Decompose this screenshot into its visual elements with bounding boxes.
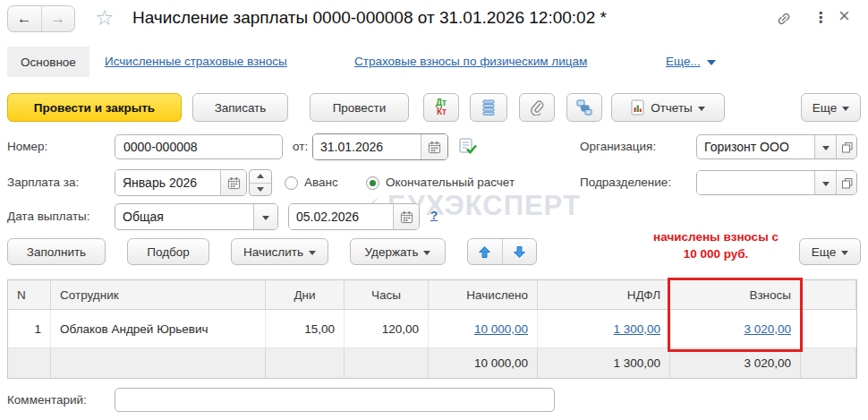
advance-radio-label: Аванс xyxy=(304,176,338,189)
withhold-button[interactable]: Удержать xyxy=(350,238,446,265)
period-input[interactable] xyxy=(115,170,220,195)
grid-more-label: Еще xyxy=(812,245,836,259)
post-and-close-label: Провести и закрыть xyxy=(34,101,155,115)
calendar-icon[interactable] xyxy=(220,170,246,195)
col-header-ndfl[interactable]: НДФЛ xyxy=(538,280,670,310)
tab-more[interactable]: Еще... xyxy=(666,55,716,68)
move-row-up-button[interactable] xyxy=(468,239,503,264)
accrue-label: Начислить xyxy=(243,245,303,259)
total-accrued: 10 000,00 xyxy=(429,348,538,378)
table-totals-row: 10 000,00 1 300,00 3 020,00 xyxy=(8,348,856,378)
col-header-accrued[interactable]: Начислено xyxy=(429,280,538,310)
tab-main[interactable]: Основное xyxy=(7,47,89,77)
accrued-amount-link[interactable]: 10 000,00 xyxy=(474,322,528,336)
department-input[interactable] xyxy=(697,171,814,194)
pay-date-input[interactable] xyxy=(289,204,393,229)
final-settlement-radio-label: Окончательный расчет xyxy=(386,176,515,189)
chevron-down-icon[interactable] xyxy=(253,204,277,229)
doc-date-input[interactable] xyxy=(313,134,421,159)
advance-radio[interactable] xyxy=(285,176,298,190)
pay-date-field xyxy=(288,203,420,230)
close-icon[interactable]: × xyxy=(838,4,850,28)
open-item-icon[interactable] xyxy=(836,135,856,159)
fill-label: Заполнить xyxy=(27,245,86,259)
col-header-days[interactable]: Дни xyxy=(266,280,345,310)
arrow-up-icon xyxy=(478,245,491,259)
tab-main-label: Основное xyxy=(21,56,76,69)
report-icon xyxy=(631,99,645,116)
save-button[interactable]: Записать xyxy=(192,93,288,122)
forward-button[interactable]: → xyxy=(42,6,75,31)
favorites-star-icon[interactable]: ☆ xyxy=(95,5,115,30)
grid-more-button[interactable]: Еще xyxy=(799,238,861,265)
withhold-label: Удержать xyxy=(365,245,419,259)
move-row-down-button[interactable] xyxy=(503,239,537,264)
number-label: Номер: xyxy=(7,140,47,153)
period-label: Зарплата за: xyxy=(7,176,79,189)
final-settlement-radio[interactable] xyxy=(366,176,379,190)
employees-table: N Сотрудник Дни Часы Начислено НДФЛ Взно… xyxy=(7,279,857,379)
organization-value[interactable]: Горизонт ООО xyxy=(697,135,814,159)
step-down-icon[interactable] xyxy=(250,184,271,196)
period-stepper[interactable] xyxy=(249,169,272,196)
tab-contributions-individuals[interactable]: Страховые взносы по физическим лицам xyxy=(354,55,587,68)
dt-kt-icon: ДтКт xyxy=(436,99,447,116)
col-header-contributions[interactable]: Взносы xyxy=(670,280,801,310)
col-header-hours[interactable]: Часы xyxy=(345,280,429,310)
doc-date-field xyxy=(312,133,448,160)
organization-label: Организация: xyxy=(580,140,656,153)
chevron-down-icon xyxy=(698,107,705,111)
page-title: Начисление зарплаты 0000-000008 от 31.01… xyxy=(132,8,607,28)
document-structure-button[interactable] xyxy=(566,93,602,122)
pick-button[interactable]: Подбор xyxy=(127,238,209,265)
save-label: Записать xyxy=(215,101,267,115)
table-row[interactable]: 1 Облаков Андрей Юрьевич 15,00 120,00 10… xyxy=(8,310,856,348)
dt-kt-postings-button[interactable]: ДтКт xyxy=(423,93,459,122)
post-and-close-button[interactable]: Провести и закрыть xyxy=(7,93,182,122)
reports-button[interactable]: Отчеты xyxy=(611,93,725,122)
pay-kind-value[interactable]: Общая xyxy=(115,204,253,229)
post-button[interactable]: Провести xyxy=(310,93,409,122)
comment-input[interactable] xyxy=(115,388,555,412)
salary-accrual-document-window: БУХЭКСПЕРТ ← → ☆ Начисление зарплаты 000… xyxy=(0,0,868,420)
cell-empty xyxy=(801,310,856,348)
paperclip-icon xyxy=(529,99,545,116)
period-field xyxy=(115,169,247,196)
ndfl-amount-link[interactable]: 1 300,00 xyxy=(613,322,660,336)
chevron-down-icon xyxy=(841,251,848,255)
number-input[interactable] xyxy=(115,134,283,159)
total-contributions: 3 020,00 xyxy=(670,348,801,378)
open-item-icon[interactable] xyxy=(836,171,856,194)
chevron-down-icon[interactable] xyxy=(814,135,836,159)
attachments-button[interactable] xyxy=(519,93,555,122)
calendar-icon[interactable] xyxy=(393,204,419,229)
step-up-icon[interactable] xyxy=(250,170,271,184)
more-commands-icon[interactable]: ⋮ xyxy=(813,9,828,26)
move-row-group xyxy=(467,238,537,265)
total-ndfl: 1 300,00 xyxy=(538,348,670,378)
reports-label: Отчеты xyxy=(651,101,693,115)
nav-history-group: ← → xyxy=(7,5,75,32)
chevron-down-icon xyxy=(309,251,316,255)
pay-kind-combobox: Общая xyxy=(115,203,278,230)
toolbar-more-button[interactable]: Еще xyxy=(801,93,861,122)
calendar-icon[interactable] xyxy=(421,134,447,159)
tab-more-label: Еще... xyxy=(666,55,701,68)
department-combobox xyxy=(696,170,857,195)
get-link-icon[interactable] xyxy=(775,10,793,30)
back-button[interactable]: ← xyxy=(8,6,42,31)
contributions-amount-link[interactable]: 3 020,00 xyxy=(744,322,791,336)
arrow-down-icon xyxy=(513,245,526,259)
chevron-down-icon[interactable] xyxy=(814,171,836,194)
view-postings-icon[interactable] xyxy=(458,137,477,159)
accrue-button[interactable]: Начислить xyxy=(231,238,328,265)
tab-calculated-contributions[interactable]: Исчисленные страховые взносы xyxy=(105,55,287,68)
structure-icon xyxy=(576,99,592,116)
col-header-employee[interactable]: Сотрудник xyxy=(51,280,266,310)
help-link[interactable]: ? xyxy=(430,209,438,222)
col-header-n[interactable]: N xyxy=(8,280,51,310)
organization-combobox: Горизонт ООО xyxy=(696,134,857,159)
register-records-button[interactable] xyxy=(470,93,507,122)
fill-button[interactable]: Заполнить xyxy=(7,238,106,265)
contributions-annotation: начислены взносы с 10 000 руб. xyxy=(617,228,814,262)
